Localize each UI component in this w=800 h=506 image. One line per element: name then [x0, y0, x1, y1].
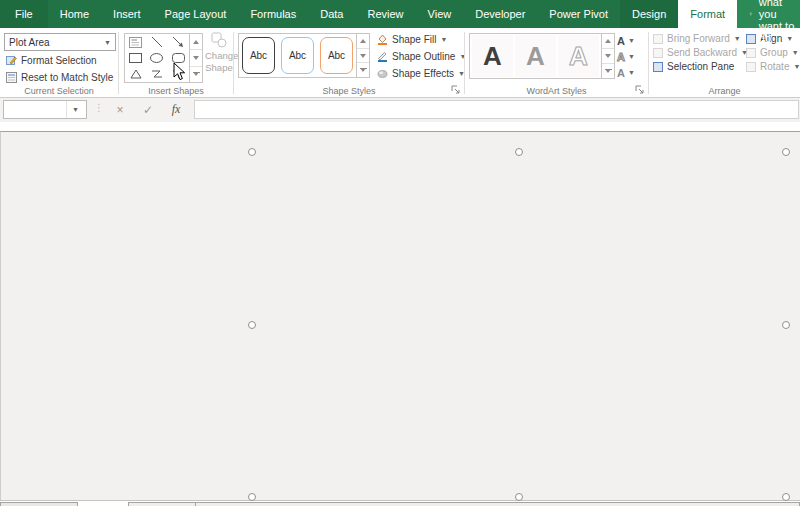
tell-me-box[interactable]: Tell me what you want to do	[737, 0, 800, 28]
tab-review[interactable]: Review	[355, 0, 415, 28]
send-backward-icon	[653, 48, 663, 58]
scrollbar-divider	[195, 502, 196, 506]
style-scroll-down-button[interactable]	[357, 49, 369, 64]
wordart-gallery: AAA	[469, 33, 615, 79]
name-box[interactable]: ▼	[3, 100, 87, 119]
format-selection-icon	[6, 55, 17, 66]
selection-handle-top-left[interactable]	[248, 148, 256, 156]
name-box-dropdown[interactable]: ▼	[66, 101, 84, 118]
selection-handle-middle-left[interactable]	[248, 321, 256, 329]
change-shape-button[interactable]: Change Shape	[205, 32, 233, 73]
gallery-more-button[interactable]	[190, 67, 202, 82]
text-effects-button[interactable]: A▼	[617, 65, 635, 80]
bring-forward-icon	[653, 34, 663, 44]
shape-style-preset-3[interactable]: Abc	[320, 37, 353, 74]
selection-handle-middle-right[interactable]	[782, 321, 790, 329]
chevron-down-icon: ▼	[104, 39, 111, 46]
wordart-preset-2[interactable]: A	[515, 35, 556, 77]
wordart-preset-1[interactable]: A	[472, 35, 513, 77]
name-box-input[interactable]	[4, 101, 66, 118]
group-label: Group	[760, 47, 788, 58]
shape-effects-label: Shape Effects	[392, 68, 454, 79]
shape-style-preset-1[interactable]: Abc	[242, 37, 275, 74]
tab-file[interactable]: File	[0, 0, 48, 28]
shape-fill-button[interactable]: Shape Fill▼	[377, 34, 447, 45]
send-backward-button[interactable]: Send Backward▼	[653, 47, 748, 58]
tab-home[interactable]: Home	[48, 0, 101, 28]
group-label-current-selection: Current Selection	[0, 86, 118, 96]
mouse-cursor	[173, 62, 186, 81]
tab-page-layout[interactable]: Page Layout	[153, 0, 239, 28]
formula-bar-drag-dots[interactable]: ⋮	[94, 102, 104, 113]
worksheet[interactable]	[0, 131, 800, 500]
format-selection-button[interactable]: Format Selection	[6, 55, 97, 66]
gallery-scroll-down-button[interactable]	[190, 50, 202, 66]
tab-view[interactable]: View	[416, 0, 464, 28]
selection-handle-top-middle[interactable]	[515, 148, 523, 156]
rotate-icon	[746, 62, 756, 72]
shape-style-gallery-scroll	[356, 34, 369, 77]
wordart-scroll-down-button[interactable]	[602, 49, 614, 64]
shape-styles-dialog-launcher-icon[interactable]	[451, 85, 461, 95]
style-more-button[interactable]	[357, 63, 369, 77]
selection-pane-button[interactable]: Selection Pane	[653, 61, 748, 72]
sheet-tab-area-fragment[interactable]	[0, 502, 78, 506]
lightbulb-icon	[749, 8, 753, 20]
tab-design[interactable]: Design	[620, 0, 678, 28]
tab-power-pivot[interactable]: Power Pivot	[537, 0, 620, 28]
tab-format[interactable]: Format	[678, 0, 737, 28]
tab-data[interactable]: Data	[308, 0, 355, 28]
tab-formulas[interactable]: Formulas	[238, 0, 308, 28]
tab-developer[interactable]: Developer	[463, 0, 537, 28]
selection-handle-bottom-middle[interactable]	[515, 493, 523, 501]
shape-line-button[interactable]	[146, 34, 167, 50]
chevron-down-icon: ▼	[734, 35, 741, 42]
bring-forward-button[interactable]: Bring Forward▼	[653, 33, 748, 44]
freeform-icon	[151, 69, 163, 79]
insert-function-button[interactable]: fx	[164, 100, 188, 119]
horizontal-scrollbar-fragment[interactable]	[128, 502, 800, 506]
group-button[interactable]: Group▼	[746, 47, 800, 58]
shape-triangle-button[interactable]	[125, 66, 146, 82]
selection-handle-top-right[interactable]	[782, 148, 790, 156]
formula-input[interactable]	[194, 100, 799, 119]
reset-to-match-style-button[interactable]: Reset to Match Style	[6, 72, 113, 83]
chevron-down-icon: ▼	[792, 49, 799, 56]
ribbon-tab-bar: FileHomeInsertPage LayoutFormulasDataRev…	[0, 0, 800, 28]
rectangle-icon	[129, 53, 142, 63]
text-fill-button[interactable]: A▼	[617, 33, 635, 48]
rotate-button[interactable]: Rotate▼	[746, 61, 800, 72]
shape-textbox-button[interactable]	[125, 34, 146, 50]
selection-handle-bottom-right[interactable]	[782, 493, 790, 501]
wordart-dialog-launcher-icon[interactable]	[635, 85, 645, 95]
group-label-insert-shapes: Insert Shapes	[119, 86, 233, 96]
reset-style-icon	[6, 72, 17, 83]
ribbon: Plot Area ▼ Format Selection Reset to Ma…	[0, 28, 800, 98]
group-wordart-styles: AAA A▼ A▼ A▼ WordArt Styles	[465, 28, 648, 97]
shape-gallery	[124, 33, 203, 83]
shape-gallery-scroll	[189, 34, 202, 82]
shape-freeform-button[interactable]	[146, 66, 167, 82]
wordart-more-button[interactable]	[602, 64, 614, 78]
style-scroll-up-button[interactable]	[357, 34, 369, 49]
shape-oval-button[interactable]	[146, 50, 167, 66]
wordart-preset-3[interactable]: A	[558, 35, 599, 77]
gallery-scroll-up-button[interactable]	[190, 34, 202, 50]
wordart-scroll-up-button[interactable]	[602, 34, 614, 49]
chart-element-selector[interactable]: Plot Area ▼	[4, 33, 116, 51]
shape-outline-button[interactable]: Shape Outline▼	[377, 51, 466, 62]
shape-style-preset-2[interactable]: Abc	[281, 37, 314, 74]
tell-me-label: Tell me what you want to do	[759, 0, 800, 44]
group-label-wordart-styles: WordArt Styles	[465, 86, 648, 96]
text-outline-button[interactable]: A▼	[617, 49, 635, 64]
shape-effects-button[interactable]: Shape Effects▼	[377, 68, 465, 79]
cancel-button[interactable]: ×	[108, 100, 132, 119]
text-fill-icon: A	[617, 35, 625, 47]
shape-arrow-button[interactable]	[168, 34, 189, 50]
selection-handle-bottom-left[interactable]	[248, 493, 256, 501]
shape-rectangle-button[interactable]	[125, 50, 146, 66]
tab-insert[interactable]: Insert	[101, 0, 153, 28]
enter-button[interactable]: ✓	[136, 100, 160, 119]
send-backward-label: Send Backward	[667, 47, 737, 58]
format-selection-label: Format Selection	[21, 55, 97, 66]
